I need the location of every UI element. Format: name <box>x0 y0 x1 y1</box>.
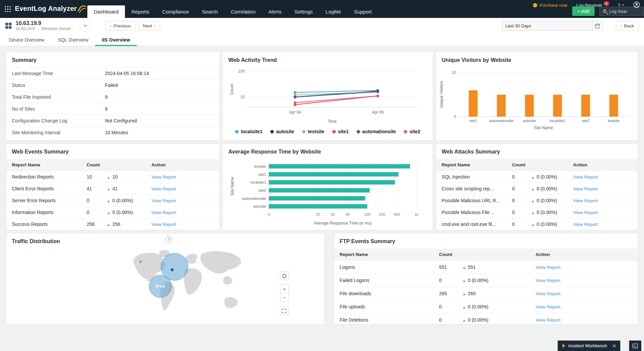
nav-tab-dashboard[interactable]: Dashboard <box>87 5 125 18</box>
nav-tab-settings[interactable]: Settings <box>288 5 319 18</box>
add-button[interactable]: + Add <box>572 6 595 16</box>
nav-tab-logme[interactable]: LogMe <box>319 5 348 18</box>
svg-text:400: 400 <box>394 212 400 216</box>
view-report-link[interactable]: View Report <box>151 174 214 180</box>
map-help-icon[interactable]: ? <box>165 236 172 243</box>
app-logo-text: EventLog Analyzer <box>15 5 77 13</box>
traffic-bubble-small[interactable] <box>139 261 142 263</box>
up-trend-icon: ▲ <box>531 187 535 191</box>
legend-item-site1[interactable]: site1 <box>332 129 349 134</box>
summary-row: No of Sites9 <box>6 103 219 115</box>
report-count: 0 <box>512 221 531 227</box>
summary-label: Status <box>12 83 105 88</box>
up-trend-icon: ▲ <box>463 279 466 283</box>
zoom-in-button[interactable]: + <box>280 284 289 293</box>
row-2: Web Events Summary Report NameCountActio… <box>6 143 638 230</box>
legend-label: autosite <box>276 129 294 134</box>
report-delta: ▲0 (0.00%) <box>531 186 573 191</box>
apps-grid-icon[interactable] <box>4 6 11 13</box>
view-tab-iis-overview[interactable]: IIS Overview <box>95 33 137 46</box>
log-search-box[interactable] <box>599 7 644 16</box>
table-header-row: Report NameCountAction <box>436 159 638 171</box>
delta-value: 0 (0.00%) <box>537 174 557 180</box>
nav-tab-correlation[interactable]: Correlation <box>224 5 262 18</box>
column-header-report-name: Report Name <box>442 162 512 167</box>
legend-item-automationsite[interactable]: automationsite <box>357 129 396 134</box>
legend-label: testsite <box>308 129 324 134</box>
legend-marker <box>332 130 336 134</box>
view-report-link[interactable]: View Report <box>573 174 632 180</box>
legend-item-autosite[interactable]: autosite <box>271 129 294 134</box>
summary-table: Last Message Time2024-04-05 16:56:14Stat… <box>6 67 219 138</box>
main-nav: DashboardReportsComplianceSearchCorrelat… <box>87 5 378 18</box>
delta-value: 0 (0.00%) <box>468 304 489 309</box>
report-count: 265 <box>439 291 463 296</box>
delta-value: 10 <box>112 174 118 180</box>
report-count: 0 <box>512 174 531 180</box>
report-delta: ▲551 <box>463 264 536 270</box>
view-report-link[interactable]: View Report <box>536 318 632 323</box>
nav-tab-support[interactable]: Support <box>347 5 378 18</box>
svg-text:autosite: autosite <box>253 204 266 208</box>
device-selector-button[interactable] <box>80 20 91 31</box>
view-report-link[interactable]: View Report <box>151 210 214 215</box>
summary-label: No of Sites <box>12 106 105 112</box>
card-title: Unique Visitors by Website <box>436 52 638 67</box>
view-report-link[interactable]: View Report <box>573 198 632 203</box>
table-row: Success Reports256▲256View Report <box>6 218 219 230</box>
device-title: 10.63.19.9 <box>16 20 71 26</box>
view-tab-device-overview[interactable]: Device Overview <box>2 33 51 46</box>
view-report-link[interactable]: View Report <box>151 222 214 227</box>
legend-item-localsite1[interactable]: localsite1 <box>235 129 262 134</box>
map-home-button[interactable] <box>280 271 289 280</box>
view-report-link[interactable]: View Report <box>536 304 632 309</box>
report-delta: ▲0 (0.00%) <box>107 198 151 203</box>
view-report-link[interactable]: View Report <box>151 186 214 191</box>
view-report-link[interactable]: View Report <box>573 222 632 227</box>
view-report-link[interactable]: View Report <box>536 278 632 283</box>
view-report-link[interactable]: View Report <box>536 265 632 270</box>
bottom-right-panel-button[interactable] <box>629 341 641 351</box>
world-map[interactable]: Brazil <box>118 249 260 322</box>
back-button[interactable]: ‹ Back <box>616 21 639 31</box>
purchase-now-link[interactable]: Purchase now <box>533 3 567 8</box>
nav-tab-alerts[interactable]: Alerts <box>262 5 288 18</box>
previous-device-button[interactable]: ‹ Previous <box>105 21 135 31</box>
nav-tab-compliance[interactable]: Compliance <box>156 5 195 18</box>
svg-text:1k: 1k <box>415 212 419 216</box>
chevron-left-icon: ‹ <box>621 23 622 28</box>
calendar-button[interactable] <box>593 21 603 31</box>
time-range-select[interactable]: Last 30 Days <box>502 21 593 31</box>
next-device-button[interactable]: Next › <box>138 21 160 31</box>
view-report-link[interactable]: View Report <box>573 186 632 191</box>
chevron-left-icon: ‹ <box>110 23 111 28</box>
svg-text:200: 200 <box>379 212 385 216</box>
summary-value: 9 <box>105 94 214 100</box>
nav-tab-reports[interactable]: Reports <box>125 5 156 18</box>
report-delta: ▲0 (0.00%) <box>463 278 536 283</box>
incident-workbench-bar[interactable]: Incident Workbench ✕ <box>558 341 620 351</box>
web-activity-trend-chart: 10100Apr 04Apr 05TimeCount <box>229 67 427 124</box>
fullscreen-icon <box>282 309 286 313</box>
view-report-link[interactable]: View Report <box>151 198 214 203</box>
view-report-link[interactable]: View Report <box>536 291 632 296</box>
app-logo[interactable]: EventLog Analyzer <box>15 4 86 13</box>
legend-item-testsite[interactable]: testsite <box>302 129 324 134</box>
delta-value: 265 <box>468 291 476 296</box>
view-report-link[interactable]: View Report <box>573 210 632 215</box>
traffic-bubble-dot[interactable] <box>171 268 174 271</box>
chart-legend: localsite1autositetestsitesite1automatio… <box>223 129 433 134</box>
column-header-report-name: Report Name <box>340 252 439 257</box>
nav-tab-search[interactable]: Search <box>195 5 224 18</box>
delta-value: 0 (0.00%) <box>112 198 133 203</box>
legend-item-site2[interactable]: site2 <box>404 129 420 134</box>
report-name: Failed Logons <box>340 278 439 283</box>
card-title: FTP Events Summary <box>334 233 638 249</box>
log-search-input[interactable] <box>609 9 640 14</box>
zoom-out-button[interactable]: − <box>280 293 289 302</box>
report-name: Redirection Reports <box>12 174 87 180</box>
report-name: SQL Injection <box>442 174 512 180</box>
close-icon[interactable]: ✕ <box>612 343 616 349</box>
view-tab-sql-overview[interactable]: SQL Overview <box>51 33 95 46</box>
map-fullscreen-button[interactable] <box>280 306 289 315</box>
